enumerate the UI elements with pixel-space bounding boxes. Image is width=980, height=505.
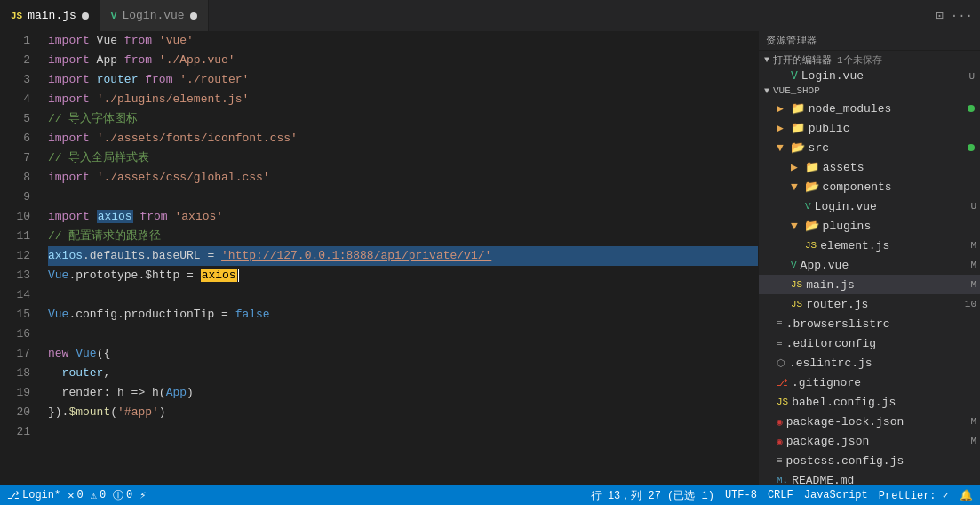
warning-count[interactable]: ⚠ 0	[91, 489, 106, 502]
status-dot	[968, 105, 975, 112]
tab-bar: JS main.js V Login.vue ⊡ ···	[0, 0, 980, 31]
tree-eslintrc[interactable]: ⬡ .eslintrc.js	[759, 353, 980, 373]
status-bar: ⎇ Login* ✕ 0 ⚠ 0 ⓘ 0 ⚡ 行 13，列 27 (已选 1) …	[0, 485, 980, 505]
code-line-6: import './assets/fonts/iconfont.css'	[48, 129, 758, 148]
code-line-14	[48, 285, 758, 305]
code-line-18: router,	[48, 364, 758, 383]
code-line-5: // 导入字体图标	[48, 109, 758, 129]
warning-icon: ⚠	[91, 489, 97, 502]
tree-public[interactable]: ▶ 📁 public	[759, 118, 980, 138]
vue-shop-root[interactable]: ▼ VUE_SHOP	[759, 83, 980, 99]
js-icon: JS	[791, 279, 802, 290]
folder-open-icon: ▼ 📂	[791, 219, 819, 233]
lightning-icon: ⚡	[139, 489, 146, 502]
tab-close-dot[interactable]	[82, 12, 89, 20]
code-content[interactable]: import Vue from 'vue' import App from '.…	[44, 31, 758, 485]
error-icon: ✕	[68, 489, 74, 502]
npm-icon: ◉	[777, 436, 783, 447]
language-text: JavaScript	[804, 489, 868, 501]
bell-item[interactable]: 🔔	[960, 489, 973, 502]
tab-main-js[interactable]: JS main.js	[0, 0, 100, 31]
tab-login-vue[interactable]: V Login.vue	[100, 0, 209, 31]
code-line-19: render: h => h(App)	[48, 383, 758, 403]
tree-assets[interactable]: ▶ 📁 assets	[759, 157, 980, 177]
code-line-7: // 导入全局样式表	[48, 148, 758, 168]
tree-babel-config[interactable]: JS babel.config.js	[759, 392, 980, 412]
tree-main-js[interactable]: JS main.js M	[759, 275, 980, 294]
code-line-9	[48, 188, 758, 207]
status-dot	[968, 144, 975, 151]
tab-modified-dot	[190, 12, 197, 20]
opened-file-login-vue[interactable]: V Login.vue U	[759, 69, 980, 83]
folder-icon: ▶ 📁	[777, 101, 805, 116]
app-vue-badge: M	[970, 260, 976, 270]
tab-main-js-label: main.js	[28, 9, 76, 22]
encoding[interactable]: UTF-8	[725, 489, 757, 501]
tree-src[interactable]: ▼ 📂 src	[759, 138, 980, 157]
cursor-position[interactable]: 行 13，列 27 (已选 1)	[591, 488, 714, 503]
tree-editorconfig[interactable]: ≡ .editorconfig	[759, 333, 980, 353]
tree-app-vue[interactable]: V App.vue M	[759, 255, 980, 275]
branch-name: Login*	[22, 489, 60, 501]
split-editor-icon[interactable]: ⊡	[936, 8, 943, 23]
tree-login-vue[interactable]: V Login.vue U	[759, 196, 980, 216]
folder-open-icon: ▼ 📂	[791, 180, 819, 194]
tree-node-modules[interactable]: ▶ 📁 node_modules	[759, 99, 980, 118]
git-branch[interactable]: ⎇ Login*	[7, 489, 60, 502]
js-icon: JS	[805, 240, 817, 251]
tree-gitignore[interactable]: ⎇ .gitignore	[759, 373, 980, 392]
tree-package-json[interactable]: ◉ package.json M	[759, 431, 980, 451]
code-line-3: import router from './router'	[48, 70, 758, 90]
vue-icon: V	[791, 260, 797, 270]
main-js-badge: M	[970, 279, 976, 290]
tree-package-lock[interactable]: ◉ package-lock.json M	[759, 412, 980, 431]
lightning-item[interactable]: ⚡	[139, 489, 146, 502]
code-line-15: Vue.config.productionTip = false	[48, 305, 758, 325]
vue-icon: V	[111, 11, 117, 21]
router-js-badge: 10	[965, 299, 976, 309]
js-icon: JS	[777, 397, 788, 407]
git-branch-icon: ⎇	[7, 489, 20, 502]
error-count[interactable]: ✕ 0	[68, 489, 83, 502]
js-icon: JS	[791, 299, 802, 309]
encoding-text: UTF-8	[725, 489, 757, 501]
main-area: 12345 678910 1112131415 1617181920 21 im…	[0, 31, 980, 485]
opened-editors-header[interactable]: ▼ 打开的编辑器 1个未保存	[759, 51, 980, 69]
tree-postcss[interactable]: ≡ postcss.config.js	[759, 451, 980, 470]
root-arrow: ▼	[764, 86, 769, 96]
editor-area: 12345 678910 1112131415 1617181920 21 im…	[0, 31, 758, 485]
line-ending[interactable]: CRLF	[768, 489, 793, 501]
tree-browserslistrc[interactable]: ≡ .browserslistrc	[759, 314, 980, 333]
folder-open-icon: ▼ 📂	[777, 140, 805, 155]
info-count[interactable]: ⓘ 0	[113, 488, 132, 503]
error-num: 0	[76, 489, 83, 501]
opened-file-badge: U	[968, 71, 975, 82]
warning-num: 0	[100, 489, 106, 501]
tab-login-vue-label: Login.vue	[122, 9, 184, 22]
more-actions-icon[interactable]: ···	[951, 9, 973, 23]
status-right: 行 13，列 27 (已选 1) UTF-8 CRLF JavaScript P…	[591, 488, 973, 503]
sidebar-title: 资源管理器	[766, 34, 817, 47]
line-numbers: 12345 678910 1112131415 1617181920 21	[0, 31, 44, 485]
tree-readme[interactable]: M↓ README.md	[759, 470, 980, 485]
language[interactable]: JavaScript	[804, 489, 868, 501]
code-line-8: import './assets/css/global.css'	[48, 168, 758, 188]
tree-components[interactable]: ▼ 📂 components	[759, 177, 980, 196]
file-tree: ▶ 📁 node_modules ▶ 📁 public ▼ 📂 src ▶ 📁 …	[759, 99, 980, 485]
login-vue-badge: U	[970, 201, 976, 212]
line-ending-text: CRLF	[768, 489, 793, 501]
sidebar-title-bar: 资源管理器	[759, 31, 980, 51]
tree-element-js[interactable]: JS element.js M	[759, 236, 980, 255]
code-container[interactable]: 12345 678910 1112131415 1617181920 21 im…	[0, 31, 758, 485]
code-line-13: Vue.prototype.$http = axios	[48, 266, 758, 285]
folder-icon: ▶ 📁	[791, 160, 819, 174]
opened-file-label: Login.vue	[801, 69, 864, 83]
tree-plugins[interactable]: ▼ 📂 plugins	[759, 216, 980, 236]
js-icon: JS	[11, 11, 22, 21]
code-line-2: import App from './App.vue'	[48, 51, 758, 70]
formatter[interactable]: Prettier: ✓	[879, 489, 949, 502]
tree-router-js[interactable]: JS router.js 10	[759, 294, 980, 314]
pkg-lock-badge: M	[970, 416, 976, 427]
code-line-10: import axios from 'axios'	[48, 207, 758, 227]
info-icon: ⓘ	[113, 488, 123, 503]
